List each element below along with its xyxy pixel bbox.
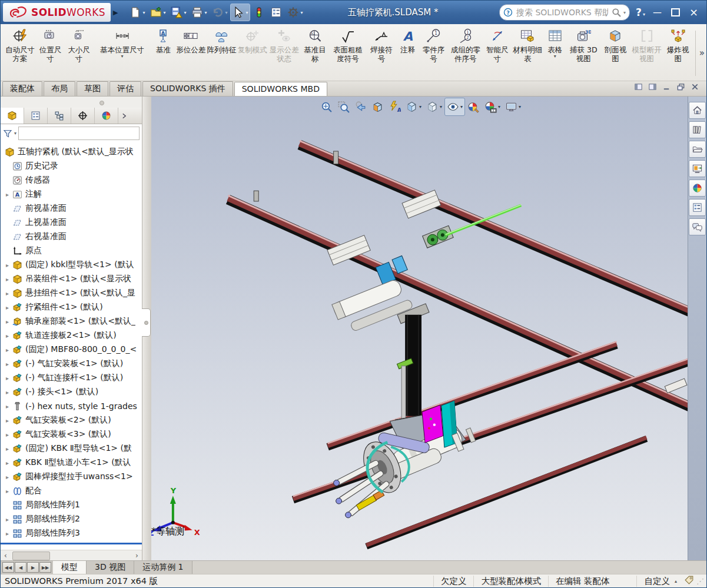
dropdown-caret-icon[interactable]: ▾ <box>245 10 248 15</box>
prev-tab-button[interactable]: ◀ <box>15 562 26 573</box>
expand-arrow-icon[interactable]: ▸ <box>2 304 12 311</box>
resize-grip[interactable]: ⋰ <box>694 577 706 586</box>
graphics-viewport[interactable]: Y Z X A▾▾▾▾▾ *等轴测 <box>151 97 688 560</box>
expand-arrow-icon[interactable]: ▸ <box>2 446 12 452</box>
tree-item[interactable]: ▸(固定) KBK Ⅱ型导轨<1> (默 <box>1 441 142 456</box>
assembly-3d-view[interactable]: Y Z X <box>151 97 688 560</box>
close-button[interactable]: × <box>689 7 698 18</box>
new-document-button[interactable]: ▾ <box>127 4 147 21</box>
panel-tabs-more-button[interactable] <box>118 108 130 124</box>
select-cursor-button[interactable]: ▾ <box>230 4 250 21</box>
rollback-bar[interactable] <box>1 543 142 544</box>
tree-filter-input[interactable] <box>18 127 140 140</box>
doc-tab-运动算例 1[interactable]: 运动算例 1 <box>134 561 192 574</box>
ribbon-overflow-button[interactable]: » <box>699 48 705 58</box>
minimize-button[interactable]: — <box>653 8 662 17</box>
taskpane-home-button[interactable] <box>689 102 706 119</box>
ribbon-button[interactable]: 位置尺寸 <box>36 26 65 81</box>
dropdown-caret-icon[interactable]: ▾ <box>204 10 207 15</box>
tree-item[interactable]: ▸(-) hex nuts, style 1-grades <box>1 399 142 413</box>
tree-item[interactable]: ▸吊装组件<1> (默认<显示状 <box>1 272 142 286</box>
expand-arrow-icon[interactable]: ▸ <box>2 474 12 480</box>
last-tab-button[interactable]: ▶▶ <box>39 562 51 573</box>
expand-arrow-icon[interactable]: ▸ <box>2 375 12 381</box>
options-list-button[interactable] <box>268 4 284 21</box>
expand-arrow-icon[interactable]: ▸ <box>2 361 12 367</box>
win-minimize-button[interactable] <box>662 82 671 93</box>
tree-item[interactable]: 局部线性阵列1 <box>1 498 142 512</box>
expand-arrow-icon[interactable]: ▸ <box>2 403 12 410</box>
scroll-left-icon[interactable]: ‹ <box>1 551 11 560</box>
model-rail-1[interactable] <box>300 141 688 320</box>
tree-item[interactable]: ▸气缸安装板<3> (默认) <box>1 427 142 441</box>
tree-item[interactable]: ▸(-) 气缸安装板<1> (默认) <box>1 357 142 371</box>
expand-arrow-icon[interactable]: ▸ <box>2 318 12 325</box>
dropdown-caret-icon[interactable]: ▾ <box>300 10 303 15</box>
win-restore-button[interactable] <box>676 82 685 93</box>
panel-tab-display-manager[interactable] <box>95 108 118 124</box>
taskpane-design-library-button[interactable] <box>689 121 706 138</box>
dropdown-caret-icon[interactable]: ▾ <box>554 54 556 59</box>
tree-item[interactable]: ▸(固定) MBF80-800_0_0_0_< <box>1 343 142 357</box>
dropdown-caret-icon[interactable]: ▾ <box>142 10 145 15</box>
performance-traffic-light-button[interactable] <box>251 4 267 21</box>
tree-item[interactable]: 原点 <box>1 244 142 258</box>
dropdown-caret-icon[interactable]: ▾ <box>519 104 521 109</box>
scrollbar-track[interactable] <box>11 551 132 560</box>
expand-arrow-icon[interactable]: ▸ <box>2 262 12 268</box>
maximize-button[interactable] <box>671 8 680 16</box>
panel-tab-property-manager[interactable] <box>24 108 48 124</box>
doc-tab-模型[interactable]: 模型 <box>53 561 87 574</box>
pane-left-button[interactable] <box>634 82 643 93</box>
model-drive-sheaves[interactable] <box>423 225 454 248</box>
expand-arrow-icon[interactable]: ▸ <box>2 347 12 353</box>
filter-caret-icon[interactable]: ▾ <box>14 131 16 136</box>
ribbon-button[interactable]: A基准 <box>151 26 175 81</box>
tree-item[interactable]: ▸(-) 接头<1> (默认) <box>1 385 142 399</box>
doc-tab-3D 视图[interactable]: 3D 视图 <box>87 561 134 574</box>
model-hanger-brackets[interactable] <box>254 151 687 393</box>
edit-appearance-button[interactable] <box>465 98 482 116</box>
expand-arrow-icon[interactable]: ▸ <box>2 417 12 424</box>
tree-item[interactable]: ▸轴承座部装<1> (默认<默认_ <box>1 314 142 328</box>
ribbon-button[interactable]: 基本位置尺寸▾ <box>93 26 151 81</box>
tab-SOLIDWORKS MBD[interactable]: SOLIDWORKS MBD <box>234 82 327 96</box>
ribbon-button[interactable]: 智能尺寸 <box>483 26 512 81</box>
tab-SOLIDWORKS 插件[interactable]: SOLIDWORKS 插件 <box>142 81 233 96</box>
ribbon-button[interactable]: 大小尺寸 <box>65 26 94 81</box>
tree-item[interactable]: ▸圆棒焊接型拉手uwanss<1> <box>1 470 142 484</box>
tree-item[interactable]: ▸轨道连接板2<1> (默认) <box>1 328 142 343</box>
ribbon-button[interactable]: 1零件序号 <box>419 26 448 81</box>
ribbon-button[interactable]: 焊接符号 <box>367 26 396 81</box>
tree-item[interactable]: ▸悬挂组件<1> (默认<默认_显 <box>1 286 142 300</box>
panel-tab-featuremanager-tree[interactable] <box>1 108 24 124</box>
dropdown-caret-icon[interactable]: ▾ <box>440 104 442 109</box>
panel-resize-dot[interactable] <box>99 101 104 105</box>
ribbon-button[interactable]: A1基准目标 <box>301 26 330 81</box>
tree-item[interactable]: ▸KBK Ⅱ型轨道小车<1> (默认 <box>1 456 142 470</box>
taskpane-custom-properties-button[interactable] <box>689 199 706 216</box>
dropdown-caret-icon[interactable]: ▾ <box>121 54 124 59</box>
first-tab-button[interactable]: ◀◀ <box>2 562 14 573</box>
panel-tab-dimxpert-manager[interactable] <box>71 108 95 124</box>
display-style-button[interactable]: ▾ <box>424 98 444 116</box>
ribbon-button[interactable]: 阵列特征 <box>206 26 237 81</box>
expand-arrow-icon[interactable]: ▸ <box>2 389 12 396</box>
ribbon-button[interactable]: 表格▾ <box>543 26 566 81</box>
expand-arrow-icon[interactable]: ▸ <box>2 516 12 523</box>
apply-scene-button[interactable]: ▾ <box>482 98 503 116</box>
dropdown-caret-icon[interactable]: ▾ <box>163 10 165 15</box>
tree-item[interactable]: 五轴拧紧机 (默认<默认_显示状 <box>1 145 142 159</box>
next-tab-button[interactable]: ▶ <box>27 562 39 573</box>
ribbon-button[interactable]: 表面粗糙度符号 <box>329 26 366 81</box>
ribbon-button[interactable]: .1形位公差 <box>175 26 206 81</box>
ribbon-button[interactable]: 剖面视图 <box>600 26 630 81</box>
tab-布局[interactable]: 布局 <box>44 81 75 96</box>
taskpane-appearances-button[interactable] <box>689 180 706 197</box>
tree-item[interactable]: 前视基准面 <box>1 201 142 215</box>
search-icon[interactable] <box>612 8 621 17</box>
dropdown-caret-icon[interactable]: ▾ <box>498 104 500 109</box>
filter-funnel-icon[interactable] <box>3 129 12 138</box>
scrollbar-thumb[interactable] <box>12 552 50 560</box>
tree-item[interactable]: 历史记录 <box>1 159 142 173</box>
